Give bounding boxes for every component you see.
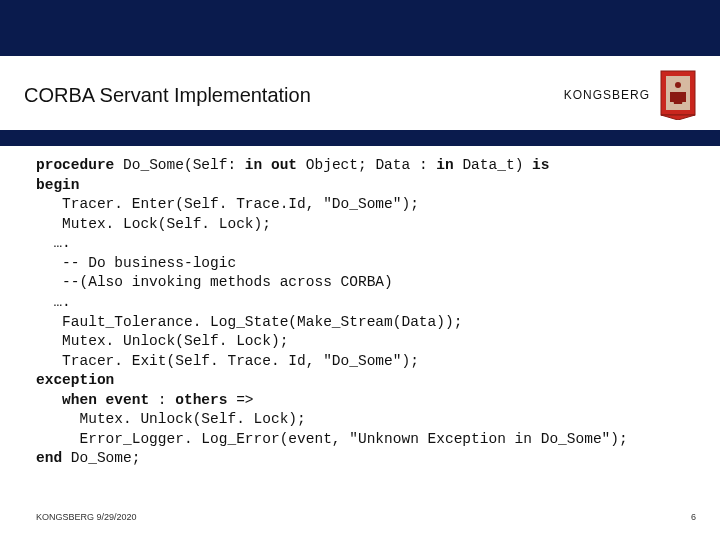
code-line: Fault_Tolerance. Log_State(Make_Stream(D…: [36, 314, 462, 330]
top-bar: [0, 0, 720, 56]
kw-end: end: [36, 450, 62, 466]
code-text: Object; Data :: [297, 157, 436, 173]
kw-exception: exception: [36, 372, 114, 388]
page-title: CORBA Servant Implementation: [24, 84, 311, 107]
code-text: :: [149, 392, 175, 408]
code-text: Data_t): [454, 157, 532, 173]
code-line: Mutex. Lock(Self. Lock);: [36, 216, 271, 232]
title-divider: [0, 130, 720, 146]
title-row: CORBA Servant Implementation KONGSBERG: [0, 56, 720, 128]
code-line: --(Also invoking methods across CORBA): [36, 274, 393, 290]
kw-others: others: [175, 392, 227, 408]
code-block: procedure Do_Some(Self: in out Object; D…: [0, 146, 720, 469]
brand-block: KONGSBERG: [564, 70, 696, 120]
svg-rect-3: [670, 92, 674, 102]
code-line: ….: [36, 235, 71, 251]
kw-procedure: procedure: [36, 157, 114, 173]
code-line: ….: [36, 294, 71, 310]
code-text: Do_Some;: [62, 450, 140, 466]
footer: KONGSBERG 9/29/2020 6: [36, 512, 696, 522]
page-number: 6: [691, 512, 696, 522]
brand-name: KONGSBERG: [564, 88, 650, 102]
svg-rect-4: [682, 92, 686, 102]
code-line: Mutex. Unlock(Self. Lock);: [36, 333, 288, 349]
kw-begin: begin: [36, 177, 80, 193]
code-line: -- Do business-logic: [36, 255, 236, 271]
code-line: Tracer. Exit(Self. Trace. Id, "Do_Some")…: [36, 353, 419, 369]
footer-left: KONGSBERG 9/29/2020: [36, 512, 137, 522]
code-line: Tracer. Enter(Self. Trace.Id, "Do_Some")…: [36, 196, 419, 212]
code-line: Mutex. Unlock(Self. Lock);: [36, 411, 306, 427]
kw-when-event: when event: [62, 392, 149, 408]
kw-is: is: [532, 157, 549, 173]
kw-in: in: [436, 157, 453, 173]
code-text: =>: [227, 392, 253, 408]
code-line: Error_Logger. Log_Error(event, "Unknown …: [36, 431, 628, 447]
code-text: Do_Some(Self:: [114, 157, 245, 173]
kongsberg-crest-icon: [660, 70, 696, 120]
code-text: [36, 392, 62, 408]
kw-inout: in out: [245, 157, 297, 173]
svg-point-2: [675, 82, 681, 88]
